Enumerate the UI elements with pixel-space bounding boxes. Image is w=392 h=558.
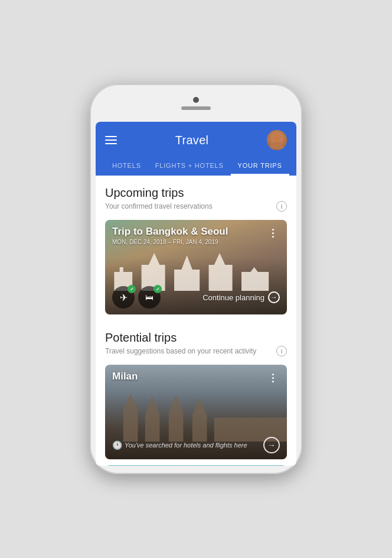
avatar[interactable] <box>267 130 287 150</box>
bangkok-trip-date: MON, DEC 24, 2018 – FRI, JAN 4, 2019 <box>112 239 228 245</box>
continue-planning-label: Continue planning <box>202 293 264 302</box>
upcoming-info-icon[interactable]: i <box>276 201 287 212</box>
upcoming-section-subtitle: Your confirmed travel reservations <box>105 202 213 210</box>
tab-flights-hotels[interactable]: FLIGHTS + HOTELS <box>148 157 231 176</box>
hamburger-menu-button[interactable] <box>105 136 117 144</box>
milan-more-options-button[interactable] <box>266 371 280 385</box>
milan-search-text: You've searched for hotels and flights h… <box>125 442 247 449</box>
tab-hotels[interactable]: HOTELS <box>105 157 148 176</box>
bangkok-trip-icons: ✈ ✓ 🛏 ✓ <box>112 286 161 309</box>
avatar-image <box>267 130 287 150</box>
phone-frame: Travel HOTELS FLIGHTS + HOTELS YOUR TRIP… <box>90 84 302 474</box>
history-icon: 🕐 <box>112 440 122 450</box>
app-title: Travel <box>175 134 209 147</box>
maui-card-overlay: Maui <box>105 465 287 466</box>
upcoming-section-header: Upcoming trips Your confirmed travel res… <box>96 176 296 214</box>
bed-icon: 🛏 <box>145 293 153 302</box>
potential-info-icon[interactable]: i <box>276 346 287 356</box>
main-content: Upcoming trips Your confirmed travel res… <box>96 176 296 466</box>
phone-screen: Travel HOTELS FLIGHTS + HOTELS YOUR TRIP… <box>96 122 296 466</box>
potential-section-title: Potential trips <box>105 331 287 345</box>
hotel-checkmark: ✓ <box>153 285 162 293</box>
trip-card-milan[interactable]: Milan 🕐 You've searched for hotels and f… <box>105 365 287 459</box>
milan-arrow-button[interactable]: → <box>263 437 280 453</box>
potential-section-header: Potential trips Travel suggestions based… <box>96 320 296 359</box>
bangkok-card-overlay: Trip to Bangkok & Seoul MON, DEC 24, 201… <box>105 220 287 314</box>
phone-speaker <box>181 106 211 110</box>
potential-section-subtitle: Travel suggestions based on your recent … <box>105 347 256 355</box>
flight-icon-circle: ✈ ✓ <box>112 286 135 309</box>
bangkok-more-options-button[interactable] <box>266 226 280 240</box>
trip-card-bangkok-seoul[interactable]: Trip to Bangkok & Seoul MON, DEC 24, 201… <box>105 220 287 314</box>
trip-card-maui[interactable]: Maui <box>105 465 287 466</box>
bangkok-trip-title: Trip to Bangkok & Seoul <box>112 226 228 238</box>
nav-tabs: HOTELS FLIGHTS + HOTELS YOUR TRIPS <box>105 157 287 176</box>
flight-checkmark: ✓ <box>128 285 136 293</box>
milan-card-overlay: Milan 🕐 You've searched for hotels and f… <box>105 365 287 459</box>
milan-trip-title: Milan <box>112 371 138 382</box>
phone-camera <box>193 97 199 103</box>
plane-icon: ✈ <box>120 292 128 303</box>
upcoming-section-title: Upcoming trips <box>105 186 287 200</box>
continue-planning-button[interactable]: Continue planning → <box>202 291 280 303</box>
hotel-icon-circle: 🛏 ✓ <box>138 286 161 309</box>
tab-your-trips[interactable]: YOUR TRIPS <box>231 157 289 176</box>
continue-planning-arrow: → <box>268 291 280 303</box>
top-bar: Travel HOTELS FLIGHTS + HOTELS YOUR TRIP… <box>96 122 296 176</box>
